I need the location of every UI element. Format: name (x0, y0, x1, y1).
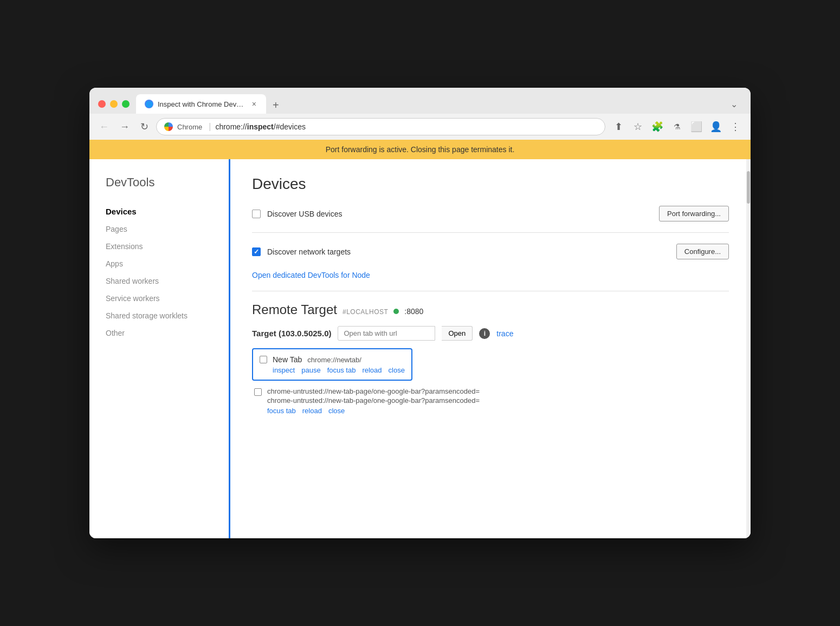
content-area: Devices Discover USB devices Port forwar… (230, 159, 751, 538)
tab-entry-url-inline: chrome://newtab/ (307, 356, 361, 364)
labs-button[interactable]: ⚗ (668, 118, 686, 135)
window-controls (98, 100, 130, 108)
connection-status-dot (393, 309, 399, 314)
nav-actions: ⬆ ☆ 🧩 ⚗ ⬜ 👤 ⋮ (610, 118, 744, 135)
reload-button[interactable]: ↻ (137, 119, 152, 135)
sidebar-item-apps[interactable]: Apps (89, 255, 230, 272)
url-prefix: chrome:// (215, 122, 247, 131)
second-tab-url2: chrome-untrusted://new-tab-page/one-goog… (267, 396, 480, 405)
close-window-button[interactable] (98, 100, 106, 108)
more-button[interactable]: ⋮ (727, 118, 744, 135)
remote-target-title: Remote Target (252, 302, 337, 317)
second-tab-row: chrome-untrusted://new-tab-page/one-goog… (254, 387, 729, 415)
sidebar-item-extensions[interactable]: Extensions (89, 238, 230, 255)
port-forwarding-button[interactable]: Port forwarding... (659, 206, 729, 221)
network-label: Discover network targets (267, 247, 351, 256)
usb-label: Discover USB devices (267, 210, 343, 218)
remote-target-header: Remote Target #LOCALHOST :8080 (252, 302, 729, 317)
reload-link[interactable]: reload (362, 366, 382, 374)
sidebar-button[interactable]: ⬜ (688, 118, 705, 135)
banner-text: Port forwarding is active. Closing this … (326, 145, 515, 154)
scrollbar[interactable] (746, 159, 751, 538)
close-link[interactable]: close (389, 366, 405, 374)
extensions-button[interactable]: 🧩 (649, 118, 666, 135)
forward-button[interactable]: → (117, 119, 133, 135)
back-button[interactable]: ← (96, 119, 112, 135)
maximize-window-button[interactable] (122, 100, 130, 108)
target-version: Target (103.0.5025.0) (252, 329, 331, 338)
devtools-node-link[interactable]: Open dedicated DevTools for Node (252, 271, 370, 279)
bookmark-button[interactable]: ☆ (629, 118, 647, 135)
second-tab-actions: focus tab reload close (267, 407, 480, 415)
tab-entry-actions: inspect pause focus tab reload close (273, 366, 405, 374)
sidebar-item-shared-storage-worklets[interactable]: Shared storage worklets (89, 307, 230, 324)
tab-entry-name: New Tab (273, 355, 302, 364)
focus-tab-link[interactable]: focus tab (327, 366, 356, 374)
url-inspect: inspect (247, 122, 274, 131)
sidebar-item-devices[interactable]: Devices (89, 203, 230, 220)
sidebar-item-other[interactable]: Other (89, 324, 230, 342)
usb-checkbox[interactable] (252, 210, 261, 218)
tab-favicon-icon: 🌐 (145, 100, 153, 108)
chrome-icon (164, 122, 173, 131)
browser-window: 🌐 Inspect with Chrome Develo... × + ⌄ ← … (89, 88, 751, 538)
profile-button[interactable]: 👤 (707, 118, 725, 135)
main-content: DevTools Devices Pages Extensions Apps S… (89, 159, 751, 538)
second-tab-url1: chrome-untrusted://new-tab-page/one-goog… (267, 387, 480, 395)
network-option-row: Discover network targets Configure... (252, 244, 729, 259)
tab-bar: 🌐 Inspect with Chrome Develo... × + (136, 94, 720, 114)
new-tab-button[interactable]: + (268, 97, 283, 114)
tab-close-button[interactable]: × (251, 99, 257, 109)
tab-entry-checkbox[interactable] (260, 356, 267, 363)
address-bar[interactable]: Chrome | chrome://inspect/#devices (156, 118, 605, 135)
info-icon[interactable]: i (479, 328, 490, 339)
inspect-link[interactable]: inspect (273, 366, 295, 374)
divider-2 (252, 291, 729, 291)
sidebar: DevTools Devices Pages Extensions Apps S… (89, 159, 230, 538)
second-tab-checkbox[interactable] (254, 388, 262, 396)
tab-entry-highlighted: New Tab chrome://newtab/ inspect pause f… (252, 348, 412, 381)
section-heading: Devices (252, 175, 729, 193)
nav-bar: ← → ↻ Chrome | chrome://inspect/#devices… (89, 114, 751, 140)
scrollbar-thumb[interactable] (747, 171, 750, 204)
address-url: chrome://inspect/#devices (215, 122, 597, 131)
second-close-link[interactable]: close (328, 407, 345, 415)
sidebar-title: DevTools (89, 175, 230, 203)
share-button[interactable]: ⬆ (610, 118, 627, 135)
sidebar-nav: Devices Pages Extensions Apps Shared wor… (89, 203, 230, 342)
open-tab-url-input[interactable] (338, 326, 435, 341)
network-checkbox[interactable] (252, 247, 261, 256)
sidebar-item-pages[interactable]: Pages (89, 220, 230, 238)
network-option-left: Discover network targets (252, 247, 351, 256)
second-focus-tab-link[interactable]: focus tab (267, 407, 296, 415)
active-tab[interactable]: 🌐 Inspect with Chrome Develo... × (136, 94, 266, 114)
tab-entry-row: New Tab chrome://newtab/ (260, 355, 405, 364)
second-tab-entry: chrome-untrusted://new-tab-page/one-goog… (252, 387, 729, 415)
pause-link[interactable]: pause (301, 366, 320, 374)
minimize-window-button[interactable] (110, 100, 118, 108)
usb-option-left: Discover USB devices (252, 210, 343, 218)
open-tab-button[interactable]: Open (442, 326, 473, 341)
second-reload-link[interactable]: reload (302, 407, 322, 415)
sidebar-item-shared-workers[interactable]: Shared workers (89, 272, 230, 290)
tabs-menu-button[interactable]: ⌄ (726, 97, 742, 112)
configure-button[interactable]: Configure... (676, 244, 729, 259)
address-separator: | (209, 122, 211, 132)
usb-option-row: Discover USB devices Port forwarding... (252, 206, 729, 221)
url-suffix: /#devices (274, 122, 306, 131)
second-tab-content: chrome-untrusted://new-tab-page/one-goog… (267, 387, 480, 415)
remote-target-host: #LOCALHOST (343, 308, 388, 316)
title-bar: 🌐 Inspect with Chrome Develo... × + ⌄ (89, 88, 751, 114)
divider-1 (252, 232, 729, 233)
port-forwarding-banner: Port forwarding is active. Closing this … (89, 140, 751, 159)
sidebar-item-service-workers[interactable]: Service workers (89, 290, 230, 307)
devtools-link-row: Open dedicated DevTools for Node (252, 270, 729, 280)
chrome-label: Chrome (177, 123, 202, 131)
target-row: Target (103.0.5025.0) Open i trace (252, 326, 729, 341)
trace-link[interactable]: trace (496, 329, 513, 338)
remote-target-port: :8080 (404, 307, 423, 316)
tab-title: Inspect with Chrome Develo... (158, 100, 247, 108)
